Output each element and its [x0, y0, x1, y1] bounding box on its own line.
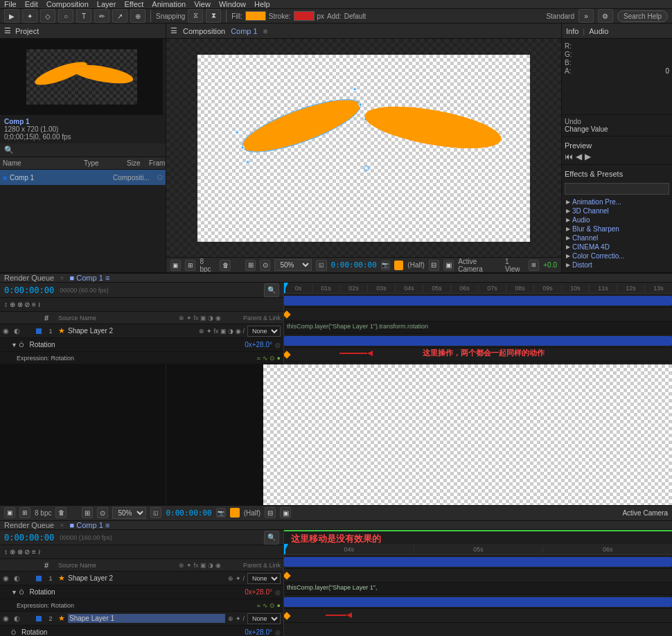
comp-bottom-btn3[interactable]: 🗑	[220, 260, 230, 271]
toolbar-btn-5[interactable]: T	[76, 9, 91, 23]
bot-grid[interactable]: ⊞	[82, 507, 93, 518]
comp-tab-name[interactable]: Comp 1	[231, 27, 258, 35]
handle-tr[interactable]	[353, 87, 357, 91]
bot-view-label-btn[interactable]: ▣	[280, 507, 291, 518]
bot-layer-1-vis[interactable]: ◉	[3, 574, 11, 582]
shape-layer-2-ellipse[interactable]	[238, 89, 366, 161]
bot-zoom-select[interactable]: 50%	[112, 507, 146, 519]
bot-comp-tab[interactable]: ■ Comp 1 ≡	[70, 521, 110, 529]
bot-track-2-keyframe[interactable]	[284, 612, 291, 619]
toolbar-btn-3[interactable]: ◇	[40, 9, 55, 23]
bot-tl-ruler[interactable]: 04s 05s 06s	[284, 544, 672, 555]
bot-layer-2-vis[interactable]: ◉	[3, 615, 11, 622]
bot-fit[interactable]: ◱	[150, 507, 161, 518]
color-btn[interactable]	[394, 260, 403, 270]
fit-btn[interactable]: ◱	[316, 260, 326, 271]
effect-cat-blur[interactable]: ▶ Blur & Sharpen	[565, 224, 669, 233]
layer-1-name[interactable]: Shape Layer 2	[68, 327, 196, 335]
layer-1-vis[interactable]: ◉	[3, 327, 11, 335]
effect-cat-audio[interactable]: ▶ Audio	[565, 215, 669, 224]
snapping-toggle[interactable]: ⧖	[188, 9, 203, 23]
comp-bottom-grid[interactable]: ⊞	[245, 260, 256, 271]
project-search-input[interactable]	[17, 146, 161, 154]
comp-timecode[interactable]: 0:00:00:00	[331, 260, 377, 270]
toolbar-btn-1[interactable]: ▶	[4, 9, 19, 23]
toolbar-btn-2[interactable]: ✦	[22, 9, 37, 23]
layer-1-parent[interactable]: None	[247, 326, 281, 337]
handle-mr[interactable]	[358, 102, 362, 106]
layer-1-solo[interactable]: ◐	[14, 327, 22, 335]
tl-timecode[interactable]: 0:00:00:00	[4, 285, 54, 295]
tl-search-btn[interactable]: 🔍	[264, 283, 279, 297]
effect-cat-channel[interactable]: ▶ Channel	[565, 233, 669, 242]
menu-help[interactable]: Help	[254, 0, 270, 8]
handle-ml[interactable]	[240, 145, 245, 149]
bot-btn2[interactable]: ⊞	[19, 507, 30, 518]
menu-edit[interactable]: Edit	[25, 0, 38, 8]
menu-effect[interactable]: Effect	[124, 0, 143, 8]
track-2-bar[interactable]	[284, 336, 672, 346]
tl-ruler[interactable]: 0s 01s 02s 03s 04s 05s 06s 07s 08s 09s 1…	[284, 283, 672, 294]
zoom-select[interactable]: 50% 100%	[274, 259, 312, 271]
bot-layer-1-parent[interactable]: None	[247, 573, 281, 584]
undo-action[interactable]: Change Value	[565, 125, 669, 133]
menu-animation[interactable]: Animation	[152, 0, 186, 8]
bot-tl-playhead[interactable]	[284, 544, 285, 554]
toolbar-btn-8[interactable]: ⊕	[130, 9, 145, 23]
layer-1-rotation-value[interactable]: 0x+28.0°	[245, 341, 272, 348]
bot-layer-2-rot-value[interactable]: 0x+28.0°	[245, 628, 272, 636]
bot-layer-2-solo[interactable]: ◐	[14, 615, 22, 622]
effect-cat-cinema[interactable]: ▶ CINEMA 4D	[565, 242, 669, 251]
toolbar-btn-6[interactable]: ✏	[94, 9, 109, 23]
shape-layer-1-ellipse[interactable]	[362, 98, 504, 157]
track-1-bar[interactable]	[284, 296, 672, 306]
track-1-keyframe[interactable]	[284, 310, 291, 318]
comp-bottom-btn2[interactable]: ⊞	[185, 260, 195, 271]
toolbar-btn-4[interactable]: ○	[58, 9, 73, 23]
bot-layer-2-parent[interactable]: None	[247, 613, 281, 624]
layer-1-rotation-row[interactable]: ▼ Ö Rotation 0x+28.0° ◎	[0, 338, 283, 352]
handle-tl[interactable]	[235, 130, 239, 134]
toolbar-btn-7[interactable]: ↗	[112, 9, 127, 23]
project-search[interactable]: 🔍	[0, 143, 166, 157]
bot-layer-1-rotation-row[interactable]: ▼ Ö Rotation 0x+28.0° ◎	[0, 585, 283, 599]
comp-bottom-view[interactable]: ⊙	[260, 260, 270, 271]
camera-btn[interactable]: 📷	[381, 260, 390, 270]
bot-btn1[interactable]: ▣	[4, 507, 15, 518]
bot-layer-1-rot-value[interactable]: 0x+28.0°	[245, 588, 272, 596]
bot-layer-2-rotation-row[interactable]: Ö Rotation 0x+28.0° ◎	[0, 626, 283, 636]
snapping-btn2[interactable]: ⧗	[206, 9, 221, 23]
menu-composition[interactable]: Composition	[46, 0, 89, 8]
bot-view[interactable]: ⊙	[97, 507, 108, 518]
quality-toggle[interactable]: ⊟	[429, 260, 439, 271]
render-queue-tab[interactable]: Render Queue	[4, 274, 54, 282]
effect-cat-3d[interactable]: ▶ 3D Channel	[565, 206, 669, 215]
bot-trash[interactable]: 🗑	[55, 507, 67, 518]
bot-render-queue[interactable]: Render Queue	[4, 521, 54, 529]
workspace-settings[interactable]: ⚙	[598, 9, 613, 23]
menu-window[interactable]: Window	[219, 0, 246, 8]
bot-layer-1-name[interactable]: Shape Layer 2	[68, 574, 225, 582]
view-label-btn[interactable]: ▣	[443, 260, 454, 271]
preview-play[interactable]: ▶	[585, 152, 591, 161]
handle-bl[interactable]	[246, 159, 250, 164]
bot-tl-timecode[interactable]: 0:00:00:00	[4, 533, 54, 542]
stroke-color-box[interactable]	[294, 11, 315, 21]
bot-track-1-bar[interactable]	[284, 557, 672, 567]
search-help[interactable]: Search Help	[617, 10, 668, 22]
preview-first[interactable]: ⏮	[565, 152, 573, 161]
bot-layer-1-solo[interactable]: ◐	[14, 574, 22, 582]
menu-layer[interactable]: Layer	[97, 0, 116, 8]
view-layout-btn[interactable]: ⊞	[529, 260, 539, 271]
fill-color-box[interactable]	[245, 11, 266, 21]
comp1-tab-tl[interactable]: ■ Comp 1 ≡	[70, 274, 110, 282]
effect-cat-color[interactable]: ▶ Color Correctio...	[565, 251, 669, 260]
tl-playhead[interactable]	[284, 283, 285, 293]
bot-layer-2-name[interactable]: Shape Layer 1	[68, 614, 225, 623]
bot-tl-search[interactable]: 🔍	[264, 531, 279, 545]
menu-view[interactable]: View	[194, 0, 211, 8]
bot-quality-toggle[interactable]: ⊟	[265, 507, 276, 518]
bot-timecode[interactable]: 0:00:00:00	[166, 509, 211, 518]
bot-layer-1-row[interactable]: ◉ ◐ 1 ★ Shape Layer 2 ⊕ ✦ / None	[0, 572, 283, 585]
preview-prev[interactable]: ◀	[576, 152, 582, 161]
